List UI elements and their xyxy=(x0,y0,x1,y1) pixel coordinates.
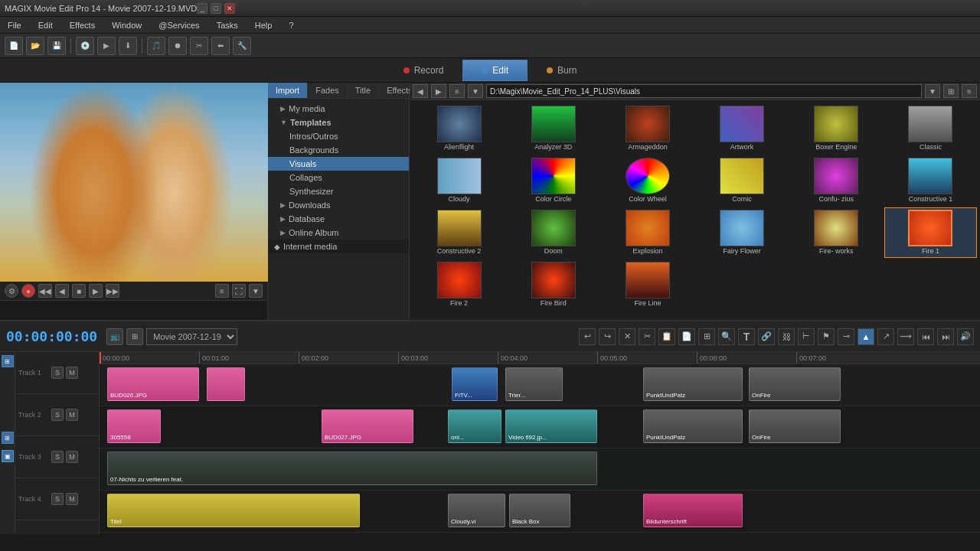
vis-item-0[interactable]: Alienflight xyxy=(413,103,505,154)
vis-item-10[interactable]: Confu- zius xyxy=(790,155,883,206)
vis-item-2[interactable]: Armageddon xyxy=(601,103,694,154)
preview-play[interactable]: ▶ xyxy=(89,284,103,298)
minimize-button[interactable]: _ xyxy=(197,3,207,14)
track4-s-btn[interactable]: S xyxy=(51,493,64,505)
tab-edit[interactable]: Edit xyxy=(462,60,528,81)
clip-onl[interactable]: onl... xyxy=(448,409,501,443)
vis-item-6[interactable]: Cloudy xyxy=(413,155,505,206)
clip-punkundpatz2[interactable]: PunktUndPatz xyxy=(643,409,743,443)
snap-btn[interactable]: ⊢ xyxy=(798,328,815,345)
project-display-btn[interactable]: ⊞ xyxy=(126,328,143,345)
preview-step-back[interactable]: ◀◀ xyxy=(38,284,52,298)
preview-stop[interactable]: ■ xyxy=(72,284,86,298)
menu-edit[interactable]: Edit xyxy=(35,19,56,31)
forward-btn[interactable]: ▶ xyxy=(431,84,446,98)
vis-item-18[interactable]: Fire 2 xyxy=(413,259,505,310)
preview-back[interactable]: ◀ xyxy=(55,284,69,298)
tab-import[interactable]: Import xyxy=(268,83,308,98)
clip-titel[interactable]: Titel xyxy=(107,494,360,527)
tab-record[interactable]: Record xyxy=(384,60,463,81)
export-btn[interactable]: ▶ xyxy=(97,37,116,55)
maximize-button[interactable]: □ xyxy=(211,3,221,14)
sidebar-icon-3[interactable]: ▣ xyxy=(2,450,14,462)
paste-btn[interactable]: 📄 xyxy=(678,328,695,345)
menu-questionmark[interactable]: ? xyxy=(286,19,296,31)
tools-btn1[interactable]: ✂ xyxy=(190,37,208,55)
clip-bildunterschrift[interactable]: Bildunterschrift xyxy=(643,494,743,527)
track4-m-btn[interactable]: M xyxy=(66,493,78,505)
tree-templates[interactable]: ▼ Templates xyxy=(268,116,409,129)
track1-s-btn[interactable]: S xyxy=(51,367,64,379)
burn-btn[interactable]: 💿 xyxy=(76,37,94,55)
tab-title[interactable]: Title xyxy=(348,83,379,98)
vis-item-12[interactable]: Constructive 2 xyxy=(413,207,505,258)
list-view-btn[interactable]: ≡ xyxy=(962,84,977,98)
preview-fullscreen[interactable]: ⛶ xyxy=(232,284,246,298)
preview-record-btn[interactable]: ● xyxy=(21,284,35,298)
tree-internetmedia[interactable]: ◆ Internet media xyxy=(268,240,409,253)
path-input[interactable] xyxy=(486,84,922,98)
undo-btn[interactable]: ↩ xyxy=(579,328,596,345)
chain-btn[interactable]: ⛓ xyxy=(778,328,795,345)
vis-item-7[interactable]: Color Circle xyxy=(507,155,599,206)
path-go-btn[interactable]: ▼ xyxy=(925,84,940,98)
close-button[interactable]: ✕ xyxy=(224,3,235,14)
clip-trier[interactable]: Trier... xyxy=(505,367,563,401)
menu-effects[interactable]: Effects xyxy=(67,19,98,31)
tree-synthesizer[interactable]: Synthesizer xyxy=(268,184,409,198)
clip-blackbox[interactable]: Black Box xyxy=(509,494,570,527)
tools-btn2[interactable]: ⬅ xyxy=(211,37,230,55)
menu-services[interactable]: @Services xyxy=(155,19,202,31)
tree-downloads[interactable]: ▶ Downloads xyxy=(268,198,409,212)
trim-right-btn[interactable]: ⏭ xyxy=(937,328,954,345)
sidebar-icon-1[interactable]: ⊞ xyxy=(2,355,14,367)
vis-item-19[interactable]: Fire Bird xyxy=(507,259,599,310)
tree-backgrounds[interactable]: Backgrounds xyxy=(268,143,409,157)
clip-onfire1[interactable]: OnFire xyxy=(749,367,841,401)
group-btn[interactable]: ⊞ xyxy=(698,328,715,345)
clip-305558[interactable]: 305558 xyxy=(107,409,161,443)
tree-database[interactable]: ▶ Database xyxy=(268,212,409,226)
delete-btn[interactable]: ✕ xyxy=(619,328,635,345)
clip-onfire2[interactable]: OnFire xyxy=(749,409,841,443)
clip-transition1[interactable] xyxy=(207,367,245,401)
display-mode-btn[interactable]: 📺 xyxy=(106,328,123,345)
preview-view-toggle[interactable]: ≡ xyxy=(215,284,229,298)
tab-burn[interactable]: Burn xyxy=(528,60,596,81)
preview-settings-btn[interactable]: ⚙ xyxy=(5,284,18,298)
clip-cloudyvi[interactable]: Cloudy.vi xyxy=(448,494,505,527)
tree-intros[interactable]: Intros/Outros xyxy=(268,129,409,143)
tree-mymedia[interactable]: ▶ My media xyxy=(268,102,409,116)
vis-item-17[interactable]: Fire 1 xyxy=(884,207,977,258)
marker-btn[interactable]: ⚑ xyxy=(818,328,835,345)
clip-videofl92[interactable]: Video fl92.jp... xyxy=(505,409,597,443)
track2-s-btn[interactable]: S xyxy=(51,409,64,421)
clip-punkundpatz1[interactable]: PunktUndPatz xyxy=(643,367,743,401)
vis-item-8[interactable]: Color Wheel xyxy=(601,155,694,206)
link-btn[interactable]: 🔗 xyxy=(758,328,775,345)
tree-visuals[interactable]: Visuals xyxy=(268,157,409,171)
clip-fitv[interactable]: FiTV... xyxy=(452,367,498,401)
vis-item-15[interactable]: Fairy Flower xyxy=(695,207,788,258)
track3-s-btn[interactable]: S xyxy=(51,451,64,463)
track1-m-btn[interactable]: M xyxy=(66,367,78,379)
vis-item-14[interactable]: Explosion xyxy=(601,207,694,258)
sidebar-icon-2[interactable]: ⊞ xyxy=(2,432,14,444)
record-btn[interactable]: ⏺ xyxy=(168,37,187,55)
text-btn[interactable]: T xyxy=(738,328,755,345)
save-button[interactable]: 💾 xyxy=(47,37,66,55)
audio-btn[interactable]: 🔊 xyxy=(957,328,974,345)
vis-item-13[interactable]: Doom xyxy=(507,207,599,258)
razor-btn[interactable]: ⟿ xyxy=(897,328,914,345)
vis-item-11[interactable]: Constructive 1 xyxy=(884,155,977,206)
audio-btn[interactable]: 🎵 xyxy=(147,37,165,55)
clip-audio[interactable]: 07-Nichts zu verlieren feat. xyxy=(107,452,597,485)
window-controls[interactable]: _ □ ✕ xyxy=(197,3,235,14)
split-btn[interactable]: ⊸ xyxy=(838,328,854,345)
tree-collages[interactable]: Collages xyxy=(268,171,409,184)
playhead[interactable] xyxy=(100,352,101,364)
copy-btn[interactable]: 📋 xyxy=(658,328,675,345)
import-btn[interactable]: ⬇ xyxy=(119,37,137,55)
vis-item-3[interactable]: Artwork xyxy=(695,103,788,154)
menu-window[interactable]: Window xyxy=(109,19,145,31)
